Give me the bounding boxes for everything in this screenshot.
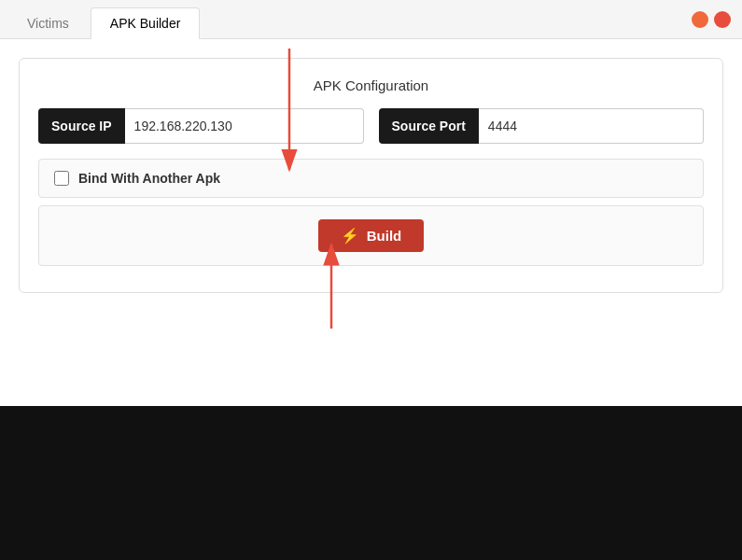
bind-label: Bind With Another Apk [78,171,220,186]
tab-victims[interactable]: Victims [7,7,89,39]
build-button[interactable]: ⚡ Build [318,219,425,252]
bind-section: Bind With Another Apk [38,159,704,198]
bind-row: Bind With Another Apk [39,160,703,197]
build-section: ⚡ Build [38,205,704,266]
window-btn-orange[interactable] [692,11,708,28]
window-controls [692,11,731,28]
source-ip-label: Source IP [38,108,125,144]
source-port-input[interactable] [479,108,704,144]
source-port-group: Source Port [379,108,705,144]
main-content: APK Configuration Source IP Source Port … [0,39,742,312]
source-ip-input[interactable] [125,108,364,144]
apk-config-card: APK Configuration Source IP Source Port … [19,58,723,293]
source-ip-group: Source IP [38,108,364,144]
tab-bar: Victims APK Builder [0,0,742,39]
build-label: Build [367,228,402,244]
source-port-label: Source Port [379,108,479,144]
bind-checkbox[interactable] [54,171,69,186]
card-title: APK Configuration [38,77,704,93]
config-row: Source IP Source Port [38,108,704,144]
tab-apk-builder[interactable]: APK Builder [91,7,200,39]
terminal-area [0,406,742,560]
bolt-icon: ⚡ [341,227,359,245]
build-row: ⚡ Build [39,206,703,265]
window-btn-red[interactable] [714,11,731,28]
